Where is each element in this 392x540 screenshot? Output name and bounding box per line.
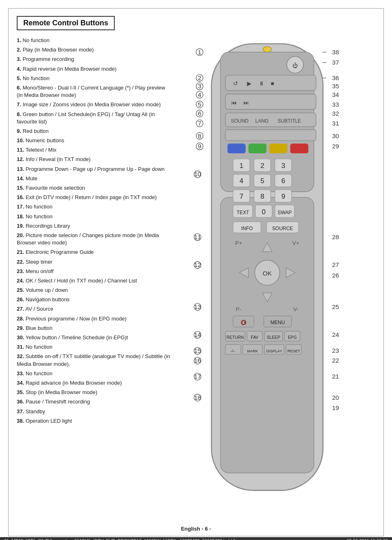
label-2: 2 bbox=[198, 74, 202, 81]
label-19: 19 bbox=[332, 404, 339, 411]
list-item: 37. Standby bbox=[17, 408, 172, 415]
list-item: 19. Recordings Library bbox=[17, 222, 172, 230]
list-item: 17. No function bbox=[17, 203, 172, 211]
label-25: 25 bbox=[332, 303, 339, 310]
list-item: 1. No function bbox=[17, 37, 172, 44]
green-button[interactable] bbox=[248, 143, 266, 153]
label-5: 5 bbox=[198, 101, 202, 108]
label-31: 31 bbox=[332, 120, 339, 127]
left-column: 1. No function2. Play (in Media Browser … bbox=[17, 37, 176, 511]
standby-icon: ⏻ bbox=[292, 63, 298, 69]
list-item: 30. Yellow button / Timeline Schedule (i… bbox=[17, 334, 172, 341]
vol-minus-label: V- bbox=[293, 306, 298, 312]
label-29: 29 bbox=[332, 143, 339, 150]
vol-plus-label: V+ bbox=[292, 240, 299, 246]
func-label-sound: SOUND bbox=[231, 118, 249, 124]
label-27: 27 bbox=[332, 261, 339, 268]
list-item: 5. No function bbox=[17, 75, 172, 82]
label-36: 36 bbox=[332, 74, 339, 81]
num-1-label: 1 bbox=[239, 162, 243, 170]
red-button[interactable] bbox=[290, 143, 308, 153]
num-4-label: 4 bbox=[239, 177, 243, 185]
blue-button[interactable] bbox=[227, 143, 245, 153]
list-item: 32. Subtitle on-off / TXT subtitle (anal… bbox=[17, 353, 172, 367]
num-3-label: 3 bbox=[281, 162, 285, 170]
label-32: 32 bbox=[332, 110, 339, 117]
label-7: 7 bbox=[198, 120, 202, 127]
media-icon-2: ▶ bbox=[247, 81, 252, 87]
num-9-label: 9 bbox=[281, 193, 285, 200]
label-37: 37 bbox=[332, 59, 339, 66]
num-5-label: 5 bbox=[261, 177, 265, 185]
text-label: TEXT bbox=[236, 210, 249, 215]
list-item: 28. Previous programme / Now (in EPG mod… bbox=[17, 315, 172, 323]
yellow-button[interactable] bbox=[270, 143, 287, 153]
footer-bar: 01_MB60_[GB]_(01-TV)_woypbpr_5110UK_IDTV… bbox=[0, 537, 392, 540]
label-26: 26 bbox=[332, 272, 339, 279]
swap-label: SWAP bbox=[278, 210, 292, 215]
list-item: 15. Favourite mode selection bbox=[17, 184, 172, 192]
num-8-label: 8 bbox=[261, 193, 265, 200]
label-30: 30 bbox=[332, 132, 339, 139]
btn-18-label: MARK bbox=[247, 349, 258, 353]
label-3: 3 bbox=[198, 83, 202, 90]
func-label-lang: LANG bbox=[255, 118, 269, 124]
label-4: 4 bbox=[198, 91, 202, 98]
list-item: 26. Navigation buttons bbox=[17, 296, 172, 303]
ok-label: OK bbox=[263, 270, 272, 277]
list-item: 35. Stop (in Media Browser mode) bbox=[17, 389, 172, 396]
num-2-label: 2 bbox=[261, 162, 265, 170]
label-1: 1 bbox=[198, 49, 202, 56]
transport-buttons-row bbox=[225, 94, 316, 110]
footer-left-text: 01_MB60_[GB]_(01-TV)_woypbpr_5110UK_IDTV… bbox=[4, 538, 236, 540]
label-22: 22 bbox=[332, 357, 339, 364]
footer-center-text: English - 6 - bbox=[181, 526, 211, 532]
title-box: Remote Control Buttons bbox=[17, 16, 115, 30]
list-item: 11. Teletext / Mix bbox=[17, 146, 172, 154]
media-icon-3: ⏸ bbox=[259, 81, 265, 87]
label-6: 6 bbox=[198, 110, 202, 117]
label-9: 9 bbox=[198, 143, 202, 150]
label-28: 28 bbox=[332, 233, 339, 240]
page-footer: English - 6 - bbox=[9, 526, 383, 532]
sleep-label: SLEEP bbox=[267, 335, 280, 340]
label-33: 33 bbox=[332, 101, 339, 108]
list-item: 29. Blue button bbox=[17, 325, 172, 332]
list-item: 20. Picture mode selecion / Changes pict… bbox=[17, 232, 172, 246]
list-item: 6. Mono/Stereo - Dual I-II / Current Lan… bbox=[17, 84, 172, 99]
list-item: 18. No function bbox=[17, 213, 172, 220]
list-item: 3. Programme recording bbox=[17, 56, 172, 63]
num-6-label: 6 bbox=[281, 177, 285, 185]
list-item: 7. Image size / Zooms videos (in Media B… bbox=[17, 101, 172, 108]
return-label: RETURN bbox=[227, 335, 244, 340]
right-column: 38 37 36 35 34 33 32 bbox=[180, 37, 375, 511]
transport-icon-2: ⏭ bbox=[243, 100, 249, 106]
page-title: Remote Control Buttons bbox=[23, 19, 108, 27]
remote-control-image: 38 37 36 35 34 33 32 bbox=[180, 37, 375, 511]
list-item: 34. Rapid advance (in Media Browser mode… bbox=[17, 379, 172, 387]
list-item: 14. Mute bbox=[17, 175, 172, 182]
menu-label: MENU bbox=[270, 320, 285, 325]
content-border: Remote Control Buttons 1. No function2. … bbox=[8, 8, 384, 536]
list-item: 8. Green button / List Schedule(in EPG) … bbox=[17, 111, 172, 125]
list-item: 33. No function bbox=[17, 370, 172, 377]
list-item: 4. Rapid reverse (in Media Browser mode) bbox=[17, 65, 172, 73]
list-item: 24. OK / Select / Hold (in TXT mode) / C… bbox=[17, 277, 172, 285]
footer-right-text: 25.02.2011 16:58:13 bbox=[347, 538, 388, 540]
transport-icon-1: ⏮ bbox=[231, 100, 237, 106]
btn-reset-label: RESET bbox=[287, 349, 301, 353]
label-8: 8 bbox=[198, 132, 202, 139]
item-list: 1. No function2. Play (in Media Browser … bbox=[17, 37, 172, 425]
label-35: 35 bbox=[332, 83, 339, 90]
list-item: 23. Menu on/off bbox=[17, 268, 172, 275]
mute-label: 🔇 bbox=[241, 319, 247, 325]
label-20: 20 bbox=[332, 394, 339, 401]
list-item: 22. Sleep timer bbox=[17, 258, 172, 266]
list-item: 16. Exit (in DTV mode) / Return / Index … bbox=[17, 194, 172, 201]
fav-label: FAV bbox=[251, 335, 258, 340]
btn-display-label: DISPLAY bbox=[266, 349, 283, 353]
prog-plus-label: P+ bbox=[235, 240, 242, 246]
epg-label: EPG bbox=[288, 335, 297, 340]
prog-minus-label: P- bbox=[236, 306, 242, 312]
led-indicator bbox=[263, 47, 271, 52]
